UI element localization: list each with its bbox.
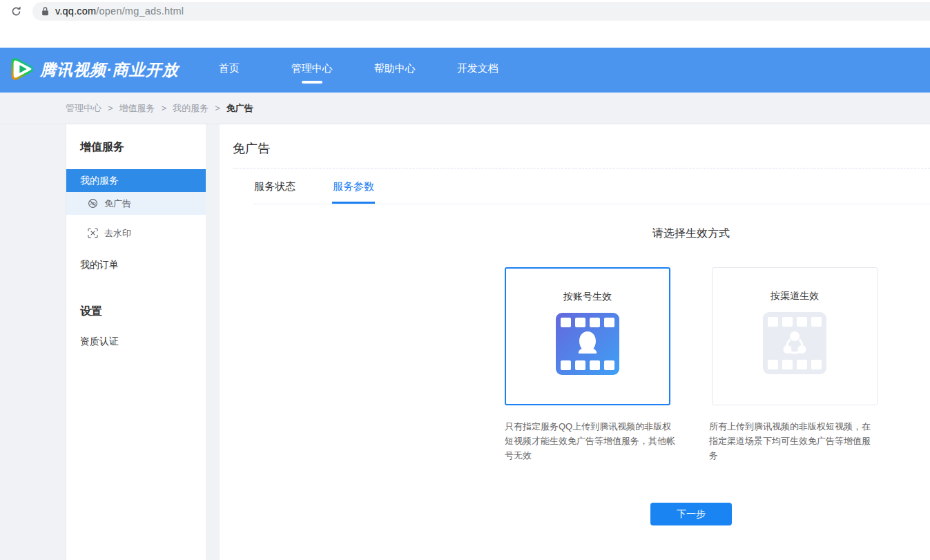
content-area: 增值服务 我的服务 AD 免广告 去水印 我的订单 xyxy=(0,124,930,560)
film-strip-qq-icon xyxy=(554,311,621,380)
option-card-by-account[interactable]: 按账号生效 xyxy=(505,267,670,405)
nav-item-help-center[interactable]: 帮助中心 xyxy=(374,52,416,88)
breadcrumb-item-current: 免广告 xyxy=(226,102,253,115)
tab-bar: 服务状态 服务参数 xyxy=(253,168,930,204)
breadcrumb-item-management[interactable]: 管理中心 xyxy=(66,102,101,115)
reload-icon[interactable] xyxy=(8,3,23,19)
left-gutter xyxy=(0,124,66,560)
mid-gutter xyxy=(206,124,220,560)
sidebar-item-no-ads[interactable]: AD 免广告 xyxy=(66,192,206,215)
breadcrumb-separator: > xyxy=(215,103,220,113)
no-ads-icon: AD xyxy=(88,198,98,209)
next-step-button[interactable]: 下一步 xyxy=(650,503,732,525)
breadcrumb-item-vas[interactable]: 增值服务 xyxy=(119,102,155,115)
film-strip-share-icon xyxy=(762,310,828,379)
option-cards: 按账号生效 xyxy=(505,267,878,405)
breadcrumb-item-my-services[interactable]: 我的服务 xyxy=(173,102,209,115)
option-description-by-channel: 所有上传到腾讯视频的非版权短视频，在指定渠道场景下均可生效免广告等增值服务 xyxy=(709,419,878,463)
sidebar-heading-vas: 增值服务 xyxy=(66,124,206,155)
option-descriptions: 只有指定服务QQ上传到腾讯视频的非版权短视频才能生效免广告等增值服务，其他帐号无… xyxy=(505,419,878,463)
sidebar-item-label: 去水印 xyxy=(104,227,131,240)
sidebar: 增值服务 我的服务 AD 免广告 去水印 我的订单 xyxy=(66,124,206,560)
sidebar-item-label: 免广告 xyxy=(104,197,131,210)
top-nav: 首页 管理中心 帮助中心 开发文档 xyxy=(208,52,539,88)
tab-service-status[interactable]: 服务状态 xyxy=(253,180,296,204)
lock-icon xyxy=(41,6,49,16)
effect-mode-section: 请选择生效方式 按账号生效 xyxy=(505,226,878,525)
nav-item-dev-docs[interactable]: 开发文档 xyxy=(456,52,499,88)
tab-service-params[interactable]: 服务参数 xyxy=(332,180,375,204)
browser-toolbar: v.qq.com/open/mg_ads.html xyxy=(0,0,930,22)
sidebar-item-my-orders[interactable]: 我的订单 xyxy=(66,259,206,271)
nav-item-home[interactable]: 首页 xyxy=(208,52,251,88)
logo-text: 腾讯视频·商业开放 xyxy=(40,59,179,81)
sidebar-item-my-services[interactable]: 我的服务 xyxy=(66,169,206,192)
breadcrumb: 管理中心 > 增值服务 > 我的服务 > 免广告 xyxy=(0,93,930,124)
main-panel: 免广告 服务状态 服务参数 请选择生效方式 按账号生效 xyxy=(220,124,930,560)
sidebar-heading-settings: 设置 xyxy=(66,289,206,319)
sidebar-item-remove-watermark[interactable]: 去水印 xyxy=(66,222,206,244)
page-title: 免广告 xyxy=(233,140,930,157)
breadcrumb-separator: > xyxy=(108,103,113,113)
site-header: 腾讯视频·商业开放 首页 管理中心 帮助中心 开发文档 xyxy=(0,48,930,93)
sidebar-item-qualification[interactable]: 资质认证 xyxy=(66,336,206,348)
logo[interactable]: 腾讯视频·商业开放 xyxy=(10,57,179,84)
tencent-video-play-icon xyxy=(10,57,35,84)
option-card-title: 按渠道生效 xyxy=(771,290,819,302)
url-path: /open/mg_ads.html xyxy=(96,6,184,17)
option-description-by-account: 只有指定服务QQ上传到腾讯视频的非版权短视频才能生效免广告等增值服务，其他帐号无… xyxy=(505,419,679,463)
breadcrumb-separator: > xyxy=(162,103,167,113)
nav-item-management-center[interactable]: 管理中心 xyxy=(291,52,333,88)
choose-mode-heading: 请选择生效方式 xyxy=(505,226,878,241)
option-card-title: 按账号生效 xyxy=(563,291,612,303)
remove-watermark-icon xyxy=(88,228,98,238)
url-host: v.qq.com xyxy=(55,6,96,17)
url-text: v.qq.com/open/mg_ads.html xyxy=(55,6,184,17)
browser-gap xyxy=(0,22,930,48)
option-card-by-channel[interactable]: 按渠道生效 xyxy=(712,267,878,405)
address-bar[interactable]: v.qq.com/open/mg_ads.html xyxy=(32,2,930,21)
